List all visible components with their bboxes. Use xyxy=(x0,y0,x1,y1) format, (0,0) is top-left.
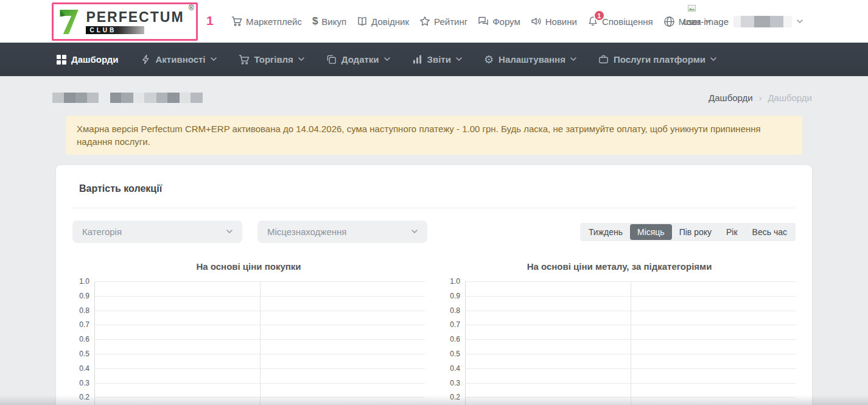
bar-chart-icon xyxy=(412,54,422,65)
period-week-button[interactable]: Тиждень xyxy=(581,224,630,240)
y-tick-label: 0.2 xyxy=(443,393,460,401)
period-alltime-button[interactable]: Весь час xyxy=(745,224,794,240)
cart-icon xyxy=(239,54,250,65)
y-tick-label: 0.4 xyxy=(72,364,89,373)
nav-news-label: Новини xyxy=(545,16,577,27)
nav-news[interactable]: Новини xyxy=(531,16,577,27)
chevron-down-icon xyxy=(570,57,576,62)
gridline xyxy=(465,339,796,340)
chevron-down-icon xyxy=(411,230,418,234)
cart-icon xyxy=(231,16,242,27)
gridline xyxy=(465,311,796,311)
divider xyxy=(72,208,796,208)
menu-platform-services[interactable]: Послуги платформи xyxy=(598,54,716,65)
nav-rating-label: Рейтинг xyxy=(434,16,467,27)
menu-settings[interactable]: ⚙ Налаштування xyxy=(484,54,576,65)
redacted-block xyxy=(52,93,99,103)
collection-value-card: Вартість колекції Категорія Місцезнаходж… xyxy=(56,165,812,405)
gridline xyxy=(94,281,425,282)
chevron-down-icon xyxy=(797,19,803,24)
gridline xyxy=(94,296,425,297)
y-tick-label: 0.9 xyxy=(72,292,89,300)
y-tick-label: 0.5 xyxy=(72,350,89,358)
y-tick-label: 0.6 xyxy=(443,335,460,343)
nav-notifications-label: Сповіщення xyxy=(602,16,653,27)
broken-image-icon xyxy=(688,5,696,12)
nav-marketplace-label: Маркетплейс xyxy=(246,16,302,27)
chart-plot-area: 1.00.90.80.70.60.50.40.30.2 xyxy=(72,279,425,405)
nav-directory-label: Довідник xyxy=(371,16,409,27)
period-month-button[interactable]: Місяць xyxy=(630,224,672,240)
copy-icon xyxy=(326,54,337,65)
y-tick-label: 0.7 xyxy=(72,320,89,329)
menu-addons[interactable]: Додатки xyxy=(326,54,390,65)
chevron-down-icon xyxy=(298,57,304,62)
logo[interactable]: PERFECTUM ® CLUB xyxy=(52,2,198,41)
menu-reports[interactable]: Звіти xyxy=(412,54,462,65)
gridline xyxy=(465,397,796,398)
briefcase-icon xyxy=(598,54,609,65)
main-menubar: Дашборди Активності Торгівля Додатки Зві… xyxy=(0,43,868,76)
y-tick-label: 0.4 xyxy=(443,364,460,373)
y-tick-label: 0.5 xyxy=(443,350,460,358)
gridline xyxy=(465,281,796,282)
nav-buyback[interactable]: $ Викуп xyxy=(312,15,346,27)
gridline xyxy=(465,325,796,325)
page-meta-row: Дашборди › Дашборди xyxy=(52,93,812,103)
category-select[interactable]: Категорія xyxy=(72,220,242,243)
globe-icon xyxy=(663,16,675,27)
book-icon xyxy=(357,16,368,27)
category-select-value: Категорія xyxy=(82,227,122,237)
y-tick-label: 1.0 xyxy=(443,277,460,286)
top-header: PERFECTUM ® CLUB 1 Маркетплейс $ Викуп Д… xyxy=(0,0,868,43)
x-gridline xyxy=(260,281,261,405)
speaker-icon xyxy=(531,16,542,27)
purchase-price-chart: На основі ціни покупки 1.00.90.80.70.60.… xyxy=(72,261,425,405)
period-halfyear-button[interactable]: Пів року xyxy=(672,224,719,240)
breadcrumb-item-dashboards[interactable]: Дашборди xyxy=(709,93,753,103)
y-tick-label: 1.0 xyxy=(72,277,89,286)
y-tick-label: 0.9 xyxy=(443,292,460,300)
y-tick-label: 0.2 xyxy=(72,393,89,401)
top-nav: Маркетплейс $ Викуп Довідник Рейтинг Фор… xyxy=(231,0,711,43)
menu-reports-label: Звіти xyxy=(427,54,451,65)
menu-trade[interactable]: Торгівля xyxy=(239,54,304,65)
lightning-icon xyxy=(141,54,151,65)
menu-dashboards[interactable]: Дашборди xyxy=(57,54,119,65)
charts-row: На основі ціни покупки 1.00.90.80.70.60.… xyxy=(72,261,796,405)
y-tick-label: 0.8 xyxy=(443,306,460,315)
gridline xyxy=(94,311,425,311)
filters-row: Категорія Місцезнаходження Тиждень Місяц… xyxy=(72,220,796,243)
nav-directory[interactable]: Довідник xyxy=(357,16,409,27)
gridline xyxy=(465,354,796,354)
menu-activities[interactable]: Активності xyxy=(141,54,217,65)
user-avatar-alt-text: user-image xyxy=(683,16,729,27)
location-select[interactable]: Місцезнаходження xyxy=(257,220,427,243)
warning-alert-text: Хмарна версія Perfectum CRM+ERP активова… xyxy=(77,124,761,147)
chevron-down-icon xyxy=(226,230,233,234)
y-tick-label: 0.3 xyxy=(72,379,89,387)
menu-settings-label: Налаштування xyxy=(499,54,565,65)
chevron-down-icon xyxy=(456,57,462,62)
breadcrumb: Дашборди › Дашборди xyxy=(709,93,812,103)
gridline xyxy=(465,296,796,297)
nav-forum[interactable]: Форум xyxy=(478,16,520,27)
registered-mark: ® xyxy=(189,4,194,12)
nav-rating[interactable]: Рейтинг xyxy=(419,16,467,27)
gridline xyxy=(94,339,425,340)
menu-trade-label: Торгівля xyxy=(254,54,293,65)
redacted-username xyxy=(733,16,792,27)
menu-activities-label: Активності xyxy=(156,54,206,65)
y-axis-line xyxy=(465,281,466,405)
gridline xyxy=(94,354,425,354)
y-tick-label: 0.8 xyxy=(72,306,89,315)
chevron-down-icon xyxy=(384,57,390,62)
nav-marketplace[interactable]: Маркетплейс xyxy=(231,16,302,27)
user-menu[interactable]: user-image xyxy=(683,0,803,43)
menu-dashboards-label: Дашборди xyxy=(71,54,119,65)
period-year-button[interactable]: Рік xyxy=(719,224,745,240)
dollar-icon: $ xyxy=(312,15,318,27)
gridline xyxy=(94,397,425,398)
star-icon xyxy=(419,16,430,27)
nav-notifications[interactable]: 1 Сповіщення xyxy=(587,16,653,27)
